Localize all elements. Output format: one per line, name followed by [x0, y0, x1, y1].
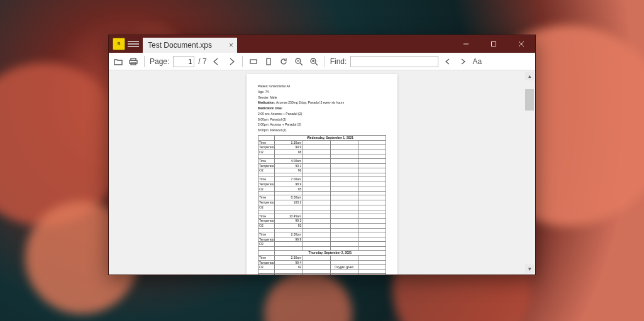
fit-width-icon[interactable] — [248, 56, 259, 67]
document-tab[interactable]: Test Document.xps × — [143, 38, 237, 53]
doc-m3: 2:00pm: Azomax + Panadol (2) — [258, 122, 386, 127]
doc-medication: Medication: Azomax 250mg 2/day, Panadol … — [258, 101, 386, 105]
doc-table: Wednesday, September 1, 2021Time1:30amTe… — [258, 135, 386, 275]
window-controls — [452, 35, 535, 53]
match-case-icon[interactable]: Aa — [472, 57, 482, 66]
toolbar: Page: / 7 Find: Aa — [109, 53, 535, 70]
minimize-button[interactable] — [452, 35, 480, 53]
print-icon[interactable] — [128, 56, 139, 67]
document-viewport[interactable]: ▴ ▾ Patient: Ghanzanfar Ali Age: 74 Gend… — [109, 70, 535, 275]
svg-rect-8 — [267, 58, 270, 65]
prev-page-icon[interactable] — [211, 56, 222, 67]
find-prev-icon[interactable] — [442, 56, 453, 67]
svg-rect-7 — [250, 60, 257, 63]
titlebar: S Test Document.xps × — [109, 35, 535, 53]
find-input[interactable] — [350, 56, 438, 67]
doc-m4: 8:00pm: Panadol (2) — [258, 128, 386, 133]
zoom-in-icon[interactable] — [308, 56, 319, 67]
svg-rect-1 — [492, 42, 496, 46]
doc-medtime-label: Medication time: — [258, 106, 386, 111]
separator — [242, 56, 243, 67]
doc-age: Age: 74 — [258, 90, 386, 94]
doc-m2: 8:00am: Panadol (2) — [258, 117, 386, 122]
app-icon: S — [113, 38, 125, 50]
zoom-out-icon[interactable] — [293, 56, 304, 67]
tab-close-icon[interactable]: × — [229, 41, 233, 50]
find-next-icon[interactable] — [457, 56, 469, 67]
page-label: Page: — [150, 57, 169, 66]
page-number-input[interactable] — [173, 56, 194, 67]
scrollbar-thumb[interactable] — [525, 89, 534, 111]
svg-line-13 — [315, 63, 318, 65]
find-label: Find: — [330, 57, 347, 66]
app-window: S Test Document.xps × Page: / 7 Find: A — [108, 35, 536, 275]
next-page-icon[interactable] — [226, 56, 237, 67]
page-total: / 7 — [198, 57, 206, 66]
fit-page-icon[interactable] — [263, 56, 274, 67]
hamburger-menu-icon[interactable] — [128, 38, 139, 50]
document-page: Patient: Ghanzanfar Ali Age: 74 Gender: … — [247, 74, 397, 275]
doc-gender: Gender: Male — [258, 95, 386, 100]
rotate-icon[interactable] — [278, 56, 289, 67]
close-button[interactable] — [508, 35, 535, 53]
tab-title: Test Document.xps — [148, 41, 212, 50]
doc-m1: 2:00 am: Azomax + Panadol (2) — [258, 112, 386, 116]
scroll-up-icon[interactable]: ▴ — [525, 72, 534, 80]
doc-patient: Patient: Ghanzanfar Ali — [258, 84, 386, 89]
scroll-down-icon[interactable]: ▾ — [525, 264, 534, 273]
separator — [144, 56, 145, 67]
separator — [325, 56, 325, 67]
maximize-button[interactable] — [480, 35, 508, 53]
svg-line-10 — [300, 63, 303, 65]
open-file-icon[interactable] — [113, 56, 124, 67]
